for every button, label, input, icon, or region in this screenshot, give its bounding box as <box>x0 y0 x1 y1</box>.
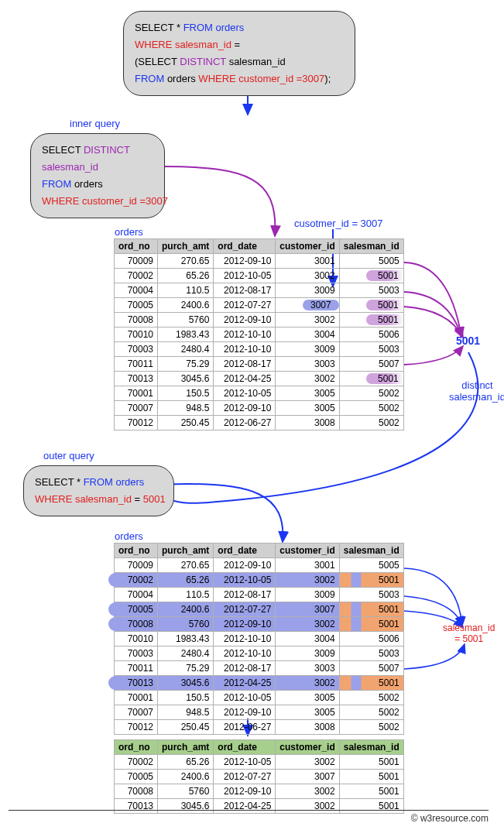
sql-text: SELECT * <box>135 22 183 33</box>
orders-title-1: orders <box>115 226 143 238</box>
table-row: 700133045.62012-04-2530025001 <box>115 372 404 386</box>
table-header-row: ord_no purch_amt ord_date customer_id sa… <box>115 740 404 755</box>
table-row: 70001150.52012-10-0530055002 <box>115 691 404 705</box>
table-row: 700101983.432012-10-1030045006 <box>115 328 404 342</box>
table-row: 7000857602012-09-1030025001 <box>115 617 404 632</box>
table-row: 70009270.652012-09-1030015005 <box>115 558 404 573</box>
table-row: 7000265.262012-10-0530025001 <box>115 269 404 283</box>
customer-id-annotation: cusotmer_id = 3007 <box>294 218 383 229</box>
table-row: 700101983.432012-10-1030045006 <box>115 632 404 647</box>
table-header-row: ord_no purch_amt ord_date customer_id sa… <box>115 544 404 558</box>
outer-query-label: outer query <box>43 450 94 461</box>
table-row: 700052400.62012-07-2730075001 <box>115 298 404 313</box>
salesman-id-annotation: salesman_id= 5001 <box>443 623 495 645</box>
table-row: 70007948.52012-09-1030055002 <box>115 401 404 416</box>
table-row: 7000265.262012-10-0530025001 <box>115 573 404 588</box>
table-row: 700052400.62012-07-2730075001 <box>115 770 404 784</box>
distinct-label: distinctsalesman_id <box>449 379 504 403</box>
col-purch-amt: purch_amt <box>158 239 214 254</box>
inner-query-label: inner query <box>70 118 120 129</box>
col-customer: customer_id <box>276 239 339 254</box>
col-ord-date: ord_date <box>214 239 276 254</box>
table-row: 700032480.42012-10-1030095003 <box>115 647 404 661</box>
table-row: 700052400.62012-07-2730075001 <box>115 602 404 617</box>
table-row: 70009270.652012-09-1030015005 <box>115 254 404 269</box>
table-row: 70004110.52012-08-1730095003 <box>115 588 404 602</box>
orders-table-1: ord_no purch_amt ord_date customer_id sa… <box>114 238 404 430</box>
diagram-canvas: SELECT * FROM orders WHERE salesman_id =… <box>0 0 504 830</box>
orders-title-2: orders <box>115 530 143 542</box>
result-table: ord_no purch_amt ord_date customer_id sa… <box>114 739 404 814</box>
table-row: 70012250.452012-06-2730085002 <box>115 720 404 735</box>
table-row: 700032480.42012-10-1030095003 <box>115 342 404 357</box>
table-row: 7000857602012-09-1030025001 <box>115 784 404 799</box>
main-sql-box: SELECT * FROM orders WHERE salesman_id =… <box>123 11 355 96</box>
orders-table-2: ord_no purch_amt ord_date customer_id sa… <box>114 543 404 735</box>
table-row: 7000265.262012-10-0530025001 <box>115 755 404 770</box>
table-row: 70012250.452012-06-2730085002 <box>115 416 404 430</box>
inner-sql-box: SELECT DISTINCT salesman_id FROM orders … <box>30 133 165 218</box>
table-row: 7001175.292012-08-1730035007 <box>115 661 404 676</box>
table-header-row: ord_no purch_amt ord_date customer_id sa… <box>115 239 404 254</box>
table-row: 70004110.52012-08-1730095003 <box>115 283 404 298</box>
col-salesman: salesman_id <box>339 239 403 254</box>
footer-credit: © w3resource.com <box>9 810 489 824</box>
col-ord-no: ord_no <box>115 239 158 254</box>
table-row: 70007948.52012-09-1030055002 <box>115 705 404 720</box>
value-5001: 5001 <box>456 334 480 347</box>
table-row: 7000857602012-09-1030025001 <box>115 313 404 328</box>
table-row: 70001150.52012-10-0530055002 <box>115 386 404 401</box>
table-row: 7001175.292012-08-1730035007 <box>115 357 404 372</box>
outer-sql-box: SELECT * FROM orders WHERE salesman_id =… <box>23 465 174 516</box>
table-row: 700133045.62012-04-2530025001 <box>115 676 404 691</box>
